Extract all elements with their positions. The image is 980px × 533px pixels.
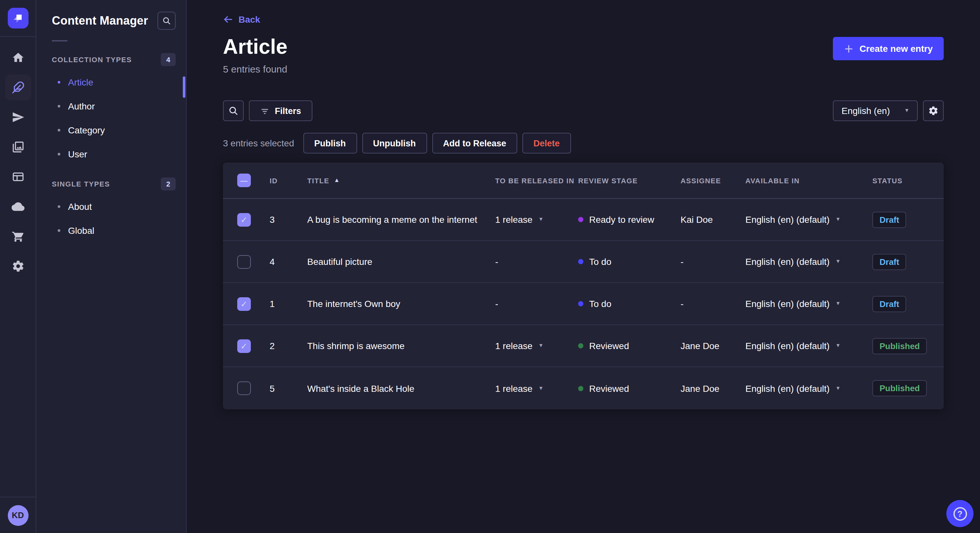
- select-all-checkbox[interactable]: [237, 174, 251, 187]
- filters-label: Filters: [275, 106, 301, 116]
- available-in-cell[interactable]: English (en) (default): [745, 214, 872, 225]
- sidebar-item-author[interactable]: Author: [36, 94, 186, 118]
- stage-dot-icon: [578, 385, 583, 391]
- entry-title-label: A bug is becoming a meme on the internet: [307, 214, 477, 225]
- table-body: 3A bug is becoming a meme on the interne…: [223, 199, 944, 409]
- status-cell: Draft: [872, 296, 929, 312]
- delete-button[interactable]: Delete: [522, 133, 571, 154]
- user-avatar[interactable]: KD: [8, 505, 28, 525]
- subnav-search-button[interactable]: [158, 12, 176, 30]
- filters-button[interactable]: Filters: [249, 100, 312, 121]
- selection-count: 3 entries selected: [223, 138, 294, 148]
- review-stage-label: To do: [589, 298, 611, 309]
- subnav-section: COLLECTION TYPES4ArticleAuthorCategoryUs…: [36, 53, 186, 166]
- column-header-available-in[interactable]: AVAILABLE IN: [745, 176, 872, 184]
- column-header-label: TO BE RELEASED IN: [495, 176, 574, 184]
- review-stage-label: Ready to review: [589, 214, 654, 225]
- table-row[interactable]: 5What's inside a Black Hole1 releaseRevi…: [223, 367, 944, 409]
- gear-icon[interactable]: [5, 253, 31, 279]
- column-header-label: REVIEW STAGE: [578, 176, 638, 184]
- column-header-id[interactable]: ID: [270, 176, 307, 184]
- row-checkbox[interactable]: [237, 255, 251, 268]
- available-in-cell[interactable]: English (en) (default): [745, 383, 872, 393]
- media-icon[interactable]: [5, 134, 31, 160]
- main-nav: KD: [0, 0, 36, 533]
- available-in-cell[interactable]: English (en) (default): [745, 341, 872, 351]
- cloud-icon[interactable]: [5, 194, 31, 219]
- available-in-cell[interactable]: English (en) (default): [745, 257, 872, 267]
- layout-icon[interactable]: [5, 164, 31, 190]
- unpublish-button[interactable]: Unpublish: [362, 133, 427, 154]
- chevron-down-icon: [835, 217, 841, 222]
- release-cell-label: 1 release: [495, 341, 533, 351]
- feather-icon[interactable]: [5, 75, 31, 100]
- section-header: COLLECTION TYPES4: [36, 53, 186, 66]
- section-label: SINGLE TYPES: [52, 180, 110, 188]
- publish-button[interactable]: Publish: [303, 133, 357, 154]
- column-header-to-be-released-in[interactable]: TO BE RELEASED IN: [495, 176, 578, 184]
- main-nav-bottom: KD: [0, 497, 36, 533]
- entry-id-label: 1: [270, 298, 275, 309]
- sidebar-item-about[interactable]: About: [36, 194, 186, 218]
- bullet-icon: [58, 81, 60, 83]
- locale-select[interactable]: English (en): [833, 100, 918, 121]
- create-new-entry-button[interactable]: Create new entry: [833, 37, 944, 60]
- home-icon[interactable]: [5, 45, 31, 71]
- available-in-cell[interactable]: English (en) (default): [745, 298, 872, 309]
- assignee-cell-label: Kai Doe: [681, 214, 713, 225]
- review-stage-cell: Ready to review: [578, 214, 681, 225]
- release-cell[interactable]: 1 release: [495, 383, 578, 393]
- table-row[interactable]: 2This shrimp is awesome1 releaseReviewed…: [223, 325, 944, 367]
- send-icon[interactable]: [5, 104, 31, 130]
- release-cell[interactable]: 1 release: [495, 214, 578, 225]
- status-badge: Published: [872, 338, 927, 354]
- search-button[interactable]: [223, 100, 244, 121]
- stage-dot-icon: [578, 259, 583, 264]
- status-badge: Draft: [872, 254, 907, 270]
- status-cell: Published: [872, 380, 929, 397]
- table-row[interactable]: 1The internet's Own boy-To do-English (e…: [223, 283, 944, 325]
- bullet-icon: [58, 229, 60, 232]
- view-settings-button[interactable]: [923, 100, 944, 121]
- assignee-cell-label: Jane Doe: [681, 383, 719, 393]
- row-checkbox[interactable]: [237, 381, 251, 395]
- chevron-down-icon: [835, 301, 841, 306]
- assignee-cell: Kai Doe: [681, 214, 745, 225]
- entries-table: IDTITLETO BE RELEASED INREVIEW STAGEASSI…: [223, 163, 944, 409]
- column-header-assignee[interactable]: ASSIGNEE: [681, 176, 745, 184]
- table-row[interactable]: 4Beautiful picture-To do-English (en) (d…: [223, 241, 944, 283]
- sidebar-item-article[interactable]: Article: [36, 70, 186, 94]
- sidebar-item-global[interactable]: Global: [36, 218, 186, 242]
- sidebar-item-user[interactable]: User: [36, 142, 186, 166]
- review-stage-cell: Reviewed: [578, 341, 681, 351]
- release-cell-label: -: [495, 298, 498, 309]
- help-button[interactable]: ?: [946, 500, 974, 527]
- strapi-logo[interactable]: [8, 8, 28, 29]
- stage-dot-icon: [578, 301, 583, 306]
- subnav-divider: [52, 40, 67, 41]
- cart-icon[interactable]: [5, 224, 31, 249]
- add-to-release-button[interactable]: Add to Release: [432, 133, 517, 154]
- assignee-cell: -: [681, 298, 745, 309]
- back-label: Back: [239, 14, 260, 25]
- sort-ascending-icon: [334, 178, 340, 183]
- available-in-cell-label: English (en) (default): [745, 257, 830, 267]
- release-cell[interactable]: 1 release: [495, 341, 578, 351]
- column-header-title[interactable]: TITLE: [307, 176, 495, 184]
- row-checkbox[interactable]: [237, 297, 251, 311]
- row-checkbox[interactable]: [237, 213, 251, 226]
- plus-icon: [844, 44, 854, 54]
- section-count-badge: 2: [161, 178, 176, 190]
- subnav-scrollbar[interactable]: [183, 76, 185, 98]
- column-header-status[interactable]: STATUS: [872, 176, 929, 184]
- stage-dot-icon: [578, 217, 583, 222]
- review-stage-cell: Reviewed: [578, 383, 681, 393]
- table-row[interactable]: 3A bug is becoming a meme on the interne…: [223, 199, 944, 241]
- row-checkbox[interactable]: [237, 339, 251, 353]
- bullet-icon: [58, 105, 60, 107]
- release-cell: -: [495, 298, 578, 309]
- back-link[interactable]: Back: [223, 14, 260, 25]
- sidebar-item-category[interactable]: Category: [36, 118, 186, 142]
- sidebar-item-label: Article: [68, 77, 93, 87]
- column-header-review-stage[interactable]: REVIEW STAGE: [578, 176, 681, 184]
